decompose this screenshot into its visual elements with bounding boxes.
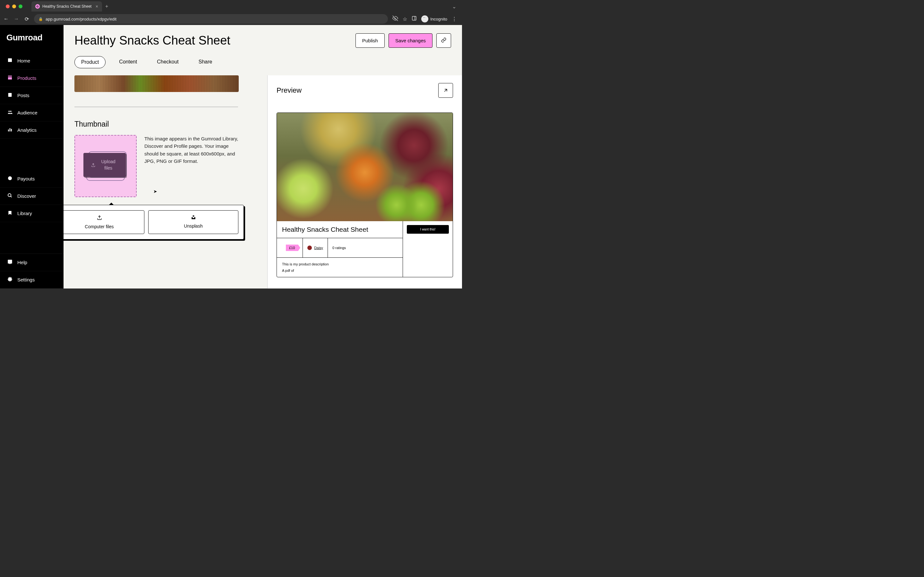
divider [74,107,238,107]
maximize-window-button[interactable] [19,5,23,8]
external-link-icon [443,87,449,93]
nav-audience[interactable]: Audience [0,104,63,121]
nav-products[interactable]: Products [0,69,63,87]
ratings-cell: 0 ratings [328,238,351,258]
nav-label: Products [17,75,36,81]
publish-button[interactable]: Publish [355,33,384,48]
discover-icon [7,193,13,199]
nav-home[interactable]: Home [0,52,63,69]
svg-rect-3 [8,59,12,62]
tabs: Product Content Checkout Share [74,56,451,68]
close-window-button[interactable] [6,5,10,8]
tab-title: Healthy Snacks Cheat Sheet [42,4,91,9]
nav-label: Home [17,58,30,63]
preview-buy-panel: I want this! [403,221,453,277]
svg-point-8 [8,111,10,112]
tab-content[interactable]: Content [113,56,144,68]
price-tag: £10 [286,245,298,251]
url-text: app.gumroad.com/products/xdpgv/edit [45,17,116,21]
reload-button[interactable]: ⟳ [24,16,29,22]
svg-rect-12 [11,129,12,131]
nav-label: Analytics [17,127,37,133]
panel-icon[interactable] [412,16,417,22]
thumbnail-heading: Thumbnail [74,120,258,129]
tabs-dropdown-icon[interactable]: ⌄ [452,3,459,10]
address-bar[interactable]: 🔒 app.gumroad.com/products/xdpgv/edit [34,14,388,24]
price-cell: £10 [277,238,302,258]
svg-line-21 [444,89,447,92]
new-tab-button[interactable]: + [105,3,108,9]
svg-rect-11 [10,128,11,131]
url-bar: ← → ⟳ 🔒 app.gumroad.com/products/xdpgv/e… [0,13,462,25]
save-button[interactable]: Save changes [389,33,433,48]
svg-rect-4 [8,58,12,59]
preview-info: Healthy Snacks Cheat Sheet £10 Daisy 0 r… [277,221,403,277]
svg-rect-6 [8,77,12,79]
browser-tab[interactable]: G Healthy Snacks Cheat Sheet × [31,1,102,11]
cover-image[interactable] [74,75,239,92]
analytics-icon [7,127,13,133]
tab-product[interactable]: Product [74,56,105,68]
app-root: Gumroad Home Products Posts Audience Ana… [0,25,462,288]
nav-settings[interactable]: Settings [0,271,63,288]
svg-line-15 [11,196,11,197]
link-icon [441,37,446,43]
svg-marker-20 [192,217,195,219]
help-icon [7,259,13,266]
svg-point-13 [8,176,12,180]
buy-button[interactable]: I want this! [407,225,449,234]
svg-point-14 [8,193,11,197]
nav-help[interactable]: Help [0,253,63,271]
close-tab-icon[interactable]: × [95,4,98,9]
back-button[interactable]: ← [3,16,9,22]
upload-label: Upload files [99,159,118,171]
upload-unsplash[interactable]: Unsplash [148,210,238,234]
incognito-badge[interactable]: ㆒ Incognito [421,15,447,23]
home-icon [7,58,13,64]
preview-open-button[interactable] [438,83,453,98]
thumbnail-row: Upload files This image appears in the G… [74,135,258,197]
author-cell[interactable]: Daisy [302,238,328,258]
nav-library[interactable]: Library [0,205,63,222]
favicon-icon: G [35,4,40,9]
nav-discover[interactable]: Discover [0,187,63,205]
upload-computer-files[interactable]: Computer files [63,210,144,234]
nav-posts[interactable]: Posts [0,87,63,104]
unsplash-icon [191,215,196,221]
thumbnail-upload-box[interactable]: Upload files [74,135,137,197]
svg-rect-7 [8,93,12,97]
lock-icon: 🔒 [39,17,43,21]
preview-card: Healthy Snacks Cheat Sheet £10 Daisy 0 r… [276,113,453,277]
upload-tooltip: Upload files [83,153,126,177]
upload-icon [91,163,95,168]
nav-list: Home Products Posts Audience Analytics [0,52,63,288]
link-button[interactable] [436,33,451,48]
page-header: Healthy Snacks Cheat Sheet Publish Save … [63,25,462,68]
posts-icon [7,92,13,98]
nav-label: Discover [17,193,36,199]
nav-payouts[interactable]: Payouts [0,170,63,187]
cursor-icon: ➤ [153,189,157,194]
svg-rect-1 [412,16,416,20]
preview-header: Preview [276,83,453,98]
logo[interactable]: Gumroad [0,25,63,52]
svg-point-9 [10,111,11,112]
header-actions: Publish Save changes [355,33,451,48]
editor-panel: Thumbnail Upload files This image appear… [63,75,268,288]
settings-icon [7,277,13,283]
minimize-window-button[interactable] [12,5,16,8]
nav-analytics[interactable]: Analytics [0,121,63,139]
star-icon[interactable]: ☆ [403,16,407,22]
forward-button[interactable]: → [13,16,19,22]
browser-chrome: G Healthy Snacks Cheat Sheet × + ⌄ ← → ⟳… [0,0,462,25]
tab-share[interactable]: Share [192,56,219,68]
upload-icon [97,215,102,221]
eye-off-icon[interactable] [393,15,398,23]
nav-label: Posts [17,93,29,98]
menu-icon[interactable]: ⋮ [452,16,457,22]
tab-checkout[interactable]: Checkout [150,56,185,68]
svg-rect-5 [8,76,12,77]
main-content: Healthy Snacks Cheat Sheet Publish Save … [63,25,462,288]
nav-label: Settings [17,277,35,282]
nav-label: Audience [17,110,37,115]
